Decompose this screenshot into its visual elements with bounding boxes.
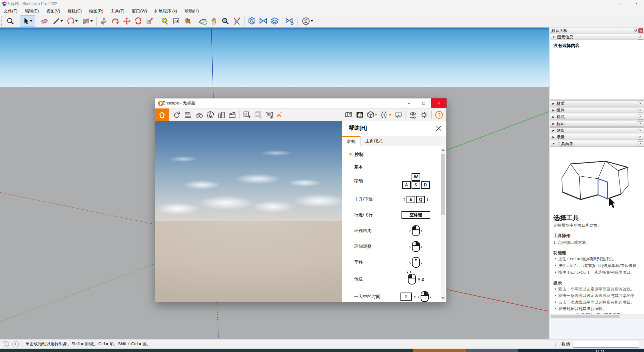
bim-mode-button[interactable]: BIM — [182, 109, 194, 121]
section-materials[interactable]: ▶ 材质 ✕ — [550, 100, 644, 106]
zoom-extents-tool[interactable] — [231, 16, 242, 27]
enscape-help-button[interactable]: ? — [433, 109, 444, 121]
asset-city-button[interactable] — [216, 109, 227, 121]
enscape-render-viewport[interactable] — [155, 121, 342, 302]
toolbar-expand-button[interactable] — [275, 109, 283, 121]
eraser-tool[interactable] — [39, 16, 50, 27]
section-tags[interactable]: ▶ 标记 ✕ — [550, 121, 644, 127]
extension-flip-settings-tool[interactable] — [284, 16, 295, 27]
menu-edit[interactable]: 编辑(E) — [21, 8, 43, 14]
section-close-button[interactable]: ✕ — [638, 141, 643, 146]
enscape-objects-button[interactable] — [379, 109, 393, 121]
viewpoint-button[interactable] — [171, 109, 182, 121]
section-entity-info[interactable]: ▼ 图元信息 ✕ — [550, 34, 644, 40]
rotate-tool[interactable] — [133, 16, 144, 27]
zoom-tool[interactable] — [220, 16, 231, 27]
rectangle-dropdown-caret[interactable] — [90, 20, 93, 22]
account-button[interactable] — [300, 16, 315, 27]
maximize-button[interactable]: □ — [614, 0, 629, 7]
close-button[interactable]: × — [629, 0, 644, 7]
objects-dropdown-caret[interactable] — [389, 114, 391, 116]
tray-close-button[interactable]: ✕ — [638, 28, 643, 33]
panorama-export-button[interactable]: 360° — [264, 109, 275, 121]
geolocation-icon[interactable] — [3, 341, 9, 347]
menu-help[interactable]: 帮助(H) — [181, 8, 202, 14]
move-tool[interactable] — [121, 16, 132, 27]
arc-tool[interactable] — [65, 16, 79, 27]
push-pull-tool[interactable] — [99, 16, 109, 27]
export-image-button[interactable] — [241, 109, 253, 121]
rectangle-tool[interactable] — [80, 16, 94, 27]
line-dropdown-caret[interactable] — [60, 20, 63, 22]
extension-layers-tool[interactable] — [269, 16, 280, 27]
tray-header[interactable]: 默认面板 ✕ — [549, 28, 644, 34]
video-editor-button[interactable] — [227, 109, 238, 121]
menu-file[interactable]: 文件(F) — [0, 8, 21, 14]
line-tool[interactable] — [51, 16, 65, 27]
section-instructor[interactable]: ▼ 工具向导 ✕ — [550, 141, 644, 147]
extension-flip-tool[interactable] — [258, 16, 269, 27]
section-close-button[interactable]: ✕ — [638, 101, 643, 106]
enscape-home-button[interactable] — [155, 108, 169, 121]
geometry-dropdown-caret[interactable] — [375, 114, 377, 116]
arc-dropdown-caret[interactable] — [75, 20, 78, 22]
menu-camera[interactable]: 相机(C) — [64, 8, 85, 14]
help-close-icon[interactable] — [436, 125, 442, 131]
enscape-maximize-button[interactable]: □ — [416, 98, 431, 108]
tape-measure-tool[interactable] — [159, 16, 170, 27]
scale-tool[interactable] — [144, 16, 155, 27]
paint-bucket-tool[interactable] — [182, 16, 193, 27]
view-management-button[interactable] — [194, 109, 205, 121]
general-settings-button[interactable] — [419, 109, 430, 121]
geometry-button[interactable] — [365, 109, 379, 121]
orbit-tool[interactable] — [197, 16, 208, 27]
section-close-button[interactable]: ✕ — [638, 115, 643, 120]
follow-me-tool[interactable] — [110, 16, 121, 27]
enscape-close-button[interactable]: × — [431, 98, 446, 108]
minimap-button[interactable] — [343, 109, 354, 121]
section-components[interactable]: ▶ 组件 ✕ — [550, 107, 644, 113]
help-scrollbar-thumb[interactable] — [441, 154, 445, 215]
scroll-up-icon[interactable] — [441, 149, 445, 151]
zoom-window-tool[interactable] — [5, 16, 16, 27]
menu-window[interactable]: 窗口(W) — [128, 8, 151, 14]
view-cone-button[interactable] — [205, 109, 216, 121]
menu-draw[interactable]: 绘图(R) — [86, 8, 107, 14]
batch-export-button[interactable] — [253, 109, 264, 121]
account-dropdown-caret[interactable] — [311, 20, 313, 22]
instructor-hscrollbar-thumb[interactable] — [551, 315, 620, 318]
enscape-titlebar[interactable]: Enscape - 无标题 – □ × — [155, 98, 446, 108]
vr-headset-button[interactable] — [393, 109, 404, 121]
minimize-button[interactable]: – — [600, 0, 614, 7]
section-shadows[interactable]: ▶ 阴影 ✕ — [550, 127, 644, 133]
select-dropdown-caret[interactable] — [30, 20, 33, 22]
measurement-input[interactable] — [573, 341, 639, 348]
text-tool[interactable]: A1 — [171, 16, 181, 27]
select-tool[interactable] — [20, 16, 35, 27]
section-close-button[interactable]: ✕ — [638, 108, 643, 113]
scroll-down-icon[interactable] — [441, 297, 445, 299]
tool-title: 选择工具 — [553, 214, 641, 222]
tab-home-mode[interactable]: 主页模式 — [361, 136, 387, 146]
material-editor-button[interactable] — [354, 109, 365, 121]
menu-view[interactable]: 视图(V) — [43, 8, 64, 14]
pin-icon[interactable] — [633, 28, 638, 33]
section-styles[interactable]: ▶ 样式 ✕ — [550, 114, 644, 120]
section-close-button[interactable]: ✕ — [638, 135, 643, 140]
section-close-button[interactable]: ✕ — [638, 128, 643, 133]
section-scenes[interactable]: ▶ 场景 ✕ — [550, 134, 644, 140]
menu-extensions[interactable]: 扩展程序 (x) — [151, 8, 181, 14]
instructor-hscrollbar[interactable] — [550, 314, 644, 318]
toolbar-drag-handle[interactable] — [1, 16, 4, 26]
section-close-button[interactable]: ✕ — [638, 35, 643, 40]
pan-tool[interactable] — [209, 16, 219, 27]
help-scrollbar[interactable] — [441, 147, 445, 301]
menu-tools[interactable]: 工具(T) — [107, 8, 128, 14]
info-icon[interactable]: i — [12, 341, 19, 347]
help-section-control[interactable]: 控制 — [349, 151, 440, 158]
visual-settings-button[interactable] — [408, 109, 419, 121]
extension-search-tool[interactable] — [247, 16, 257, 27]
section-close-button[interactable]: ✕ — [638, 121, 643, 126]
enscape-minimize-button[interactable]: – — [401, 98, 416, 108]
tab-general[interactable]: 常规 — [342, 136, 361, 146]
